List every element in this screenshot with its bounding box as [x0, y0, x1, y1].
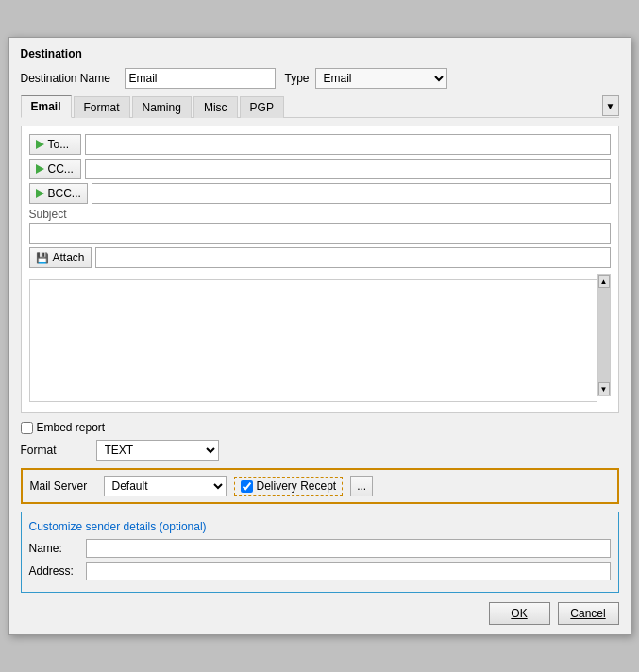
body-wrapper: ▲ ▼	[29, 274, 611, 405]
scroll-down-icon[interactable]: ▼	[598, 382, 610, 395]
attach-button[interactable]: 💾 Attach	[29, 247, 92, 268]
format-row: Format TEXT HTML PDF	[21, 440, 619, 461]
button-row: OK Cancel	[21, 602, 619, 625]
cc-row: CC...	[29, 159, 611, 179]
destination-name-input[interactable]	[125, 68, 276, 89]
bcc-button[interactable]: BCC...	[29, 183, 88, 204]
bcc-input[interactable]	[92, 183, 611, 204]
embed-row: Embed report	[21, 421, 619, 434]
disk-icon: 💾	[36, 252, 49, 264]
cc-input[interactable]	[85, 159, 611, 179]
tabs-container: Email Format Naming Misc PGP ▼	[21, 94, 619, 118]
subject-label: Subject	[29, 208, 611, 221]
body-textarea[interactable]	[29, 279, 597, 402]
tab-naming[interactable]: Naming	[132, 96, 192, 118]
bcc-label: BCC...	[48, 187, 81, 200]
cc-arrow-icon	[36, 164, 44, 174]
cancel-button[interactable]: Cancel	[558, 602, 619, 625]
delivery-receipt-checkbox[interactable]	[241, 480, 253, 493]
customize-title: Customize sender details (optional)	[29, 520, 611, 533]
bcc-row: BCC...	[29, 183, 611, 204]
tab-pgp[interactable]: PGP	[240, 96, 284, 118]
destination-dialog: Destination Destination Name Type Email …	[8, 37, 631, 635]
name-input[interactable]	[86, 539, 611, 558]
dialog-title: Destination	[21, 47, 619, 60]
attach-row: 💾 Attach	[29, 247, 611, 268]
mail-server-label: Mail Server	[30, 479, 96, 493]
address-row: Address:	[29, 562, 611, 580]
tab-email[interactable]: Email	[21, 95, 72, 118]
to-input[interactable]	[85, 134, 611, 155]
scroll-up-icon[interactable]: ▲	[598, 275, 610, 288]
attach-input[interactable]	[95, 247, 611, 268]
cc-label: CC...	[48, 162, 74, 176]
body-scrollbar[interactable]: ▲ ▼	[597, 274, 611, 396]
bcc-arrow-icon	[36, 189, 44, 198]
ok-button[interactable]: OK	[489, 602, 550, 625]
destination-name-label: Destination Name	[21, 72, 125, 85]
cc-button[interactable]: CC...	[29, 159, 81, 179]
dots-button[interactable]: ...	[350, 476, 373, 496]
subject-input[interactable]	[29, 223, 611, 244]
type-select[interactable]: Email	[315, 68, 447, 89]
to-label: To...	[48, 138, 70, 151]
embed-checkbox[interactable]	[21, 422, 33, 434]
tab-format[interactable]: Format	[74, 96, 130, 118]
to-button[interactable]: To...	[29, 134, 81, 155]
tab-dropdown[interactable]: ▼	[602, 95, 619, 116]
name-row: Name:	[29, 539, 611, 558]
destination-name-row: Destination Name Type Email	[21, 68, 619, 89]
address-label: Address:	[29, 564, 86, 578]
mail-server-section: Mail Server Default Delivery Recept ...	[21, 468, 619, 504]
tab-misc[interactable]: Misc	[193, 96, 238, 118]
attach-label: Attach	[53, 251, 85, 264]
embed-checkbox-label[interactable]: Embed report	[21, 421, 106, 434]
embed-label: Embed report	[37, 421, 106, 434]
customize-section: Customize sender details (optional) Name…	[21, 512, 619, 593]
delivery-receipt-label: Delivery Recept	[257, 479, 337, 493]
type-label: Type	[285, 72, 310, 85]
format-label: Format	[21, 444, 96, 457]
mail-server-select[interactable]: Default	[104, 476, 227, 496]
to-row: To...	[29, 134, 611, 155]
address-input[interactable]	[86, 562, 611, 580]
scroll-track	[598, 288, 610, 382]
name-label: Name:	[29, 542, 86, 555]
to-arrow-icon	[36, 140, 44, 149]
email-tab-content: To... CC... BCC... Subject 💾	[21, 126, 619, 413]
delivery-receipt-wrapper: Delivery Recept	[234, 477, 344, 496]
format-select[interactable]: TEXT HTML PDF	[96, 440, 219, 461]
